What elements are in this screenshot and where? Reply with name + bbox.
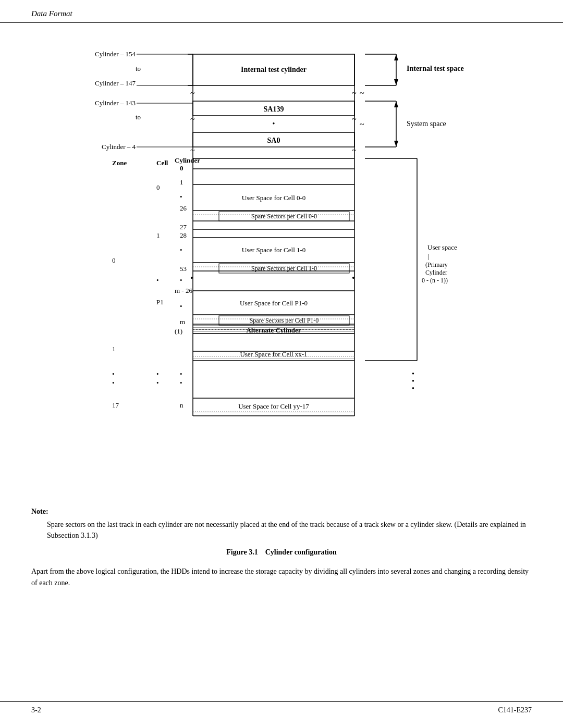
svg-text:Spare Sectors per Cell P1-0: Spare Sectors per Cell P1-0 [250, 317, 319, 324]
svg-text:•: • [156, 379, 159, 387]
svg-text:User Space for Cell yy-17: User Space for Cell yy-17 [238, 402, 309, 410]
svg-text:•: • [180, 193, 182, 201]
svg-text:•: • [112, 370, 115, 378]
svg-text:Spare Sectors per Cell 1-0: Spare Sectors per Cell 1-0 [251, 265, 317, 272]
svg-text:0 - (n - 1)): 0 - (n - 1)) [422, 277, 448, 284]
svg-text:27: 27 [180, 223, 187, 231]
svg-text:28: 28 [180, 231, 187, 239]
footer-left: 3-2 [31, 706, 41, 714]
svg-text:•: • [412, 377, 414, 385]
svg-text:n: n [180, 401, 183, 409]
svg-text:~: ~ [190, 89, 195, 97]
svg-text:System space: System space [407, 120, 446, 128]
svg-text:Spare Sectors per Cell 0-0: Spare Sectors per Cell 0-0 [251, 213, 317, 220]
figure-number: Figure 3.1 [226, 548, 258, 556]
svg-text:(Primary: (Primary [425, 261, 448, 268]
svg-text:•: • [190, 274, 193, 282]
svg-text:User Space for Cell 0-0: User Space for Cell 0-0 [242, 194, 306, 202]
svg-text:Internal test cylinder: Internal test cylinder [241, 66, 307, 73]
svg-text:•: • [352, 274, 355, 282]
svg-text:•: • [180, 302, 182, 310]
svg-text:to: to [136, 113, 141, 121]
svg-text:•: • [180, 246, 182, 254]
svg-text:0: 0 [180, 164, 183, 172]
svg-text:•: • [273, 120, 275, 128]
svg-text:•: • [412, 385, 414, 392]
diagram: ~ ~ ~ ~ ~ ~ • • [83, 44, 480, 492]
svg-text:Alternate Cylinder: Alternate Cylinder [246, 326, 301, 334]
svg-text:|: | [427, 252, 429, 260]
footer-right: C141-E237 [498, 706, 532, 714]
body-text: Apart from the above logical configurati… [31, 566, 532, 589]
svg-rect-112 [193, 412, 354, 415]
svg-text:Cylinder – 147: Cylinder – 147 [95, 79, 136, 87]
svg-text:•: • [156, 276, 159, 284]
note-text: Spare sectors on the last track in each … [47, 519, 532, 541]
svg-text:•: • [112, 379, 115, 387]
svg-text:Cylinder – 154: Cylinder – 154 [95, 50, 136, 58]
svg-text:to: to [136, 65, 141, 72]
svg-text:•: • [180, 379, 182, 387]
svg-text:~: ~ [352, 146, 357, 155]
svg-text:1: 1 [180, 178, 183, 186]
svg-text:0: 0 [112, 256, 116, 264]
svg-marker-47 [394, 141, 398, 147]
svg-text:~: ~ [352, 115, 357, 124]
svg-text:P1: P1 [156, 298, 164, 306]
svg-marker-46 [394, 101, 398, 107]
svg-text:•: • [412, 370, 414, 378]
svg-text:(1): (1) [175, 327, 182, 335]
svg-text:User Space for Cell P1-0: User Space for Cell P1-0 [240, 299, 308, 307]
svg-text:~: ~ [360, 120, 364, 129]
svg-text:Internal test space: Internal test space [407, 65, 464, 72]
svg-text:m: m [180, 318, 185, 326]
figure-caption: Figure 3.1 Cylinder configuration [31, 548, 532, 557]
svg-text:•: • [156, 370, 159, 378]
svg-text:~: ~ [190, 146, 195, 155]
svg-text:Cylinder: Cylinder [175, 156, 200, 164]
svg-text:User space: User space [427, 243, 457, 251]
svg-rect-110 [193, 357, 354, 361]
svg-marker-42 [394, 79, 398, 85]
svg-text:0: 0 [156, 183, 160, 191]
svg-text:~: ~ [352, 89, 357, 97]
main-content: ~ ~ ~ ~ ~ ~ • • [0, 23, 563, 626]
note-title: Note: [31, 508, 532, 516]
svg-text:Cylinder – 4: Cylinder – 4 [102, 143, 136, 151]
header-title: Data Format [31, 9, 72, 18]
svg-text:~: ~ [360, 89, 364, 97]
svg-marker-41 [394, 54, 398, 60]
svg-text:m - 26: m - 26 [175, 287, 192, 294]
page-header: Data Format [0, 0, 563, 23]
svg-text:User Space for Cell 1-0: User Space for Cell 1-0 [242, 246, 306, 254]
page-footer: 3-2 C141-E237 [0, 701, 563, 719]
svg-text:Zone: Zone [112, 159, 127, 167]
diagram-container: ~ ~ ~ ~ ~ ~ • • [31, 44, 532, 492]
svg-text:•: • [180, 276, 182, 284]
svg-text:Cylinder: Cylinder [425, 269, 447, 276]
svg-text:•: • [180, 370, 182, 378]
svg-text:17: 17 [112, 401, 119, 409]
svg-text:Cylinder – 143: Cylinder – 143 [95, 99, 136, 107]
svg-text:1: 1 [156, 231, 160, 239]
svg-text:User Space for Cell xx-1: User Space for Cell xx-1 [240, 350, 307, 358]
svg-text:1: 1 [112, 345, 116, 353]
svg-text:26: 26 [180, 204, 187, 212]
svg-text:53: 53 [180, 265, 187, 273]
figure-title: Cylinder configuration [265, 548, 337, 556]
svg-text:SA139: SA139 [264, 105, 284, 113]
svg-text:Cell: Cell [156, 159, 168, 167]
svg-text:~: ~ [190, 115, 195, 124]
diagram-svg: ~ ~ ~ ~ ~ ~ • • [83, 44, 480, 492]
svg-text:SA0: SA0 [267, 137, 280, 144]
note-section: Note: Spare sectors on the last track in… [31, 508, 532, 541]
